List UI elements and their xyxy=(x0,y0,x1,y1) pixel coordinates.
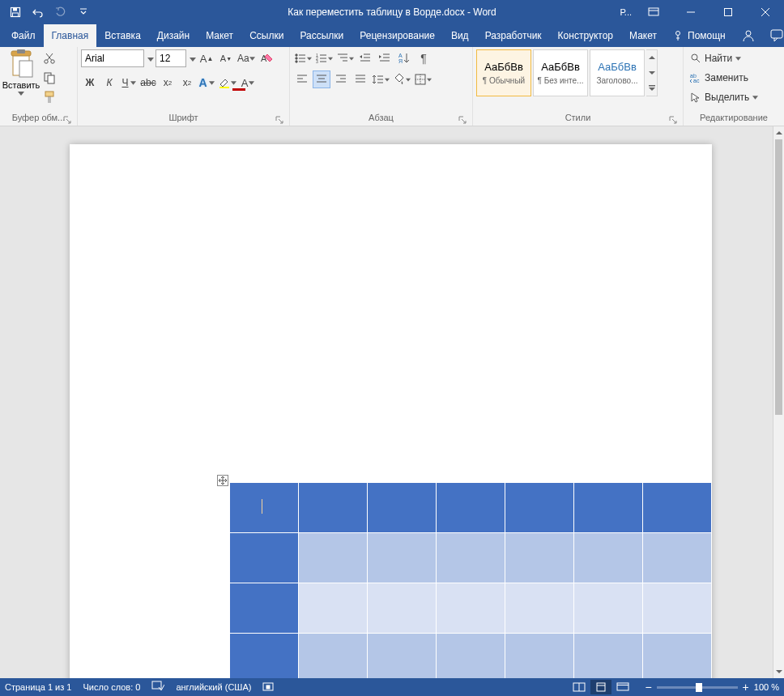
page[interactable] xyxy=(70,144,712,678)
style-normal[interactable]: АаБбВв ¶ Обычный xyxy=(476,49,531,96)
status-spellcheck-icon[interactable] xyxy=(151,681,164,694)
zoom-out-button[interactable]: − xyxy=(645,681,651,694)
cut-button[interactable] xyxy=(40,49,58,67)
scroll-thumb[interactable] xyxy=(775,139,782,415)
change-case-button[interactable]: Aa xyxy=(236,49,256,67)
window-maximize[interactable] xyxy=(709,0,747,24)
zoom-level[interactable]: 100 % xyxy=(754,682,779,692)
shading-button[interactable] xyxy=(392,70,411,88)
style-no-spacing[interactable]: АаБбВв ¶ Без инте... xyxy=(533,49,588,96)
font-size-dropdown[interactable] xyxy=(190,49,196,67)
tab-insert[interactable]: Вставка xyxy=(96,24,149,47)
paragraph-dialog-launcher[interactable] xyxy=(458,114,467,124)
bold-button[interactable]: Ж xyxy=(81,74,99,92)
superscript-button[interactable]: x2 xyxy=(178,74,196,92)
bullets-button[interactable] xyxy=(293,49,313,67)
svg-rect-1 xyxy=(13,8,17,11)
qat-redo[interactable] xyxy=(50,2,71,23)
grow-font-button[interactable]: A▲ xyxy=(198,49,215,67)
tab-review[interactable]: Рецензирование xyxy=(352,24,443,47)
font-name-input[interactable] xyxy=(81,49,144,67)
borders-button[interactable] xyxy=(413,70,432,88)
zoom-in-button[interactable]: + xyxy=(743,681,749,694)
subscript-button[interactable]: x2 xyxy=(159,74,177,92)
find-button[interactable]: Найти xyxy=(687,49,761,67)
tab-design[interactable]: Дизайн xyxy=(149,24,198,47)
sort-button[interactable]: AЯ xyxy=(395,49,413,67)
format-painter-button[interactable] xyxy=(40,88,58,106)
align-right-button[interactable] xyxy=(332,70,350,88)
tab-mailings[interactable]: Рассылки xyxy=(292,24,352,47)
view-read-mode[interactable] xyxy=(569,680,590,694)
line-spacing-button[interactable] xyxy=(371,70,390,88)
tab-developer[interactable]: Разработчик xyxy=(477,24,550,47)
vertical-scrollbar[interactable] xyxy=(773,126,784,678)
table-move-handle[interactable] xyxy=(217,475,228,486)
decrease-indent-button[interactable] xyxy=(356,49,374,67)
tab-references[interactable]: Ссылки xyxy=(241,24,292,47)
window-close[interactable] xyxy=(747,0,784,24)
svg-point-26 xyxy=(296,61,297,62)
font-color-button[interactable]: A xyxy=(239,74,257,92)
editing-group-label: Редактирование xyxy=(700,113,768,122)
justify-button[interactable] xyxy=(352,70,369,88)
tell-me[interactable]: Помощн xyxy=(665,30,734,41)
replace-button[interactable]: abac Заменить xyxy=(687,69,761,87)
styles-dialog-launcher[interactable] xyxy=(668,114,678,124)
italic-button[interactable]: К xyxy=(100,74,118,92)
svg-point-24 xyxy=(296,58,297,59)
clear-formatting-button[interactable]: A xyxy=(258,49,275,67)
underline-button[interactable]: Ч xyxy=(120,74,138,92)
tab-file[interactable]: Файл xyxy=(3,24,44,47)
numbering-button[interactable]: 123 xyxy=(314,49,334,67)
show-marks-button[interactable]: ¶ xyxy=(415,49,432,67)
ribbon-display-options[interactable] xyxy=(635,0,672,24)
align-left-button[interactable] xyxy=(293,70,311,88)
select-button[interactable]: Выделить xyxy=(687,88,761,106)
clipboard-group-label: Буфер обм... xyxy=(12,113,66,122)
tab-home[interactable]: Главная xyxy=(44,24,97,47)
qat-undo[interactable] xyxy=(28,2,49,23)
document-area[interactable] xyxy=(0,126,773,678)
svg-text:ac: ac xyxy=(693,78,700,83)
align-center-button[interactable] xyxy=(313,70,330,88)
status-macro-icon[interactable] xyxy=(262,681,274,694)
clipboard-dialog-launcher[interactable] xyxy=(62,114,72,124)
increase-indent-button[interactable] xyxy=(376,49,394,67)
qat-customize[interactable] xyxy=(73,2,94,23)
document-table[interactable] xyxy=(229,482,712,678)
window-minimize[interactable] xyxy=(672,0,709,24)
styles-group-label: Стили xyxy=(565,113,591,122)
paste-label: Вставить xyxy=(2,80,40,90)
font-name-dropdown[interactable] xyxy=(147,49,154,67)
paste-button[interactable]: Вставить xyxy=(3,49,39,96)
scroll-down-button[interactable] xyxy=(773,665,784,678)
status-page[interactable]: Страница 1 из 1 xyxy=(5,682,71,692)
tab-view[interactable]: Вид xyxy=(443,24,477,47)
text-effects-button[interactable]: A xyxy=(198,74,215,92)
status-words[interactable]: Число слов: 0 xyxy=(83,682,140,692)
svg-rect-2 xyxy=(13,13,19,17)
zoom-slider[interactable] xyxy=(657,686,738,689)
copy-button[interactable] xyxy=(40,69,58,87)
styles-gallery-more[interactable] xyxy=(646,49,658,96)
view-print-layout[interactable] xyxy=(590,680,611,694)
svg-rect-19 xyxy=(45,92,53,96)
svg-rect-13 xyxy=(17,49,25,53)
shrink-font-button[interactable]: A▼ xyxy=(217,49,235,67)
style-heading1[interactable]: АаБбВв Заголово... xyxy=(590,49,645,96)
tab-table-design[interactable]: Конструктор xyxy=(550,24,621,47)
tab-table-layout[interactable]: Макет xyxy=(621,24,665,47)
comments-icon[interactable] xyxy=(763,29,784,42)
svg-text:3: 3 xyxy=(316,59,318,64)
scroll-up-button[interactable] xyxy=(773,126,784,139)
account-icon[interactable] xyxy=(734,29,763,42)
tab-layout[interactable]: Макет xyxy=(198,24,241,47)
view-web-layout[interactable] xyxy=(612,680,633,694)
font-dialog-launcher[interactable] xyxy=(275,114,284,124)
status-language[interactable]: английский (США) xyxy=(176,682,251,692)
font-size-input[interactable] xyxy=(156,49,186,67)
strikethrough-button[interactable]: abc xyxy=(139,74,157,92)
qat-save[interactable] xyxy=(5,2,26,23)
multilevel-list-button[interactable] xyxy=(335,49,355,67)
